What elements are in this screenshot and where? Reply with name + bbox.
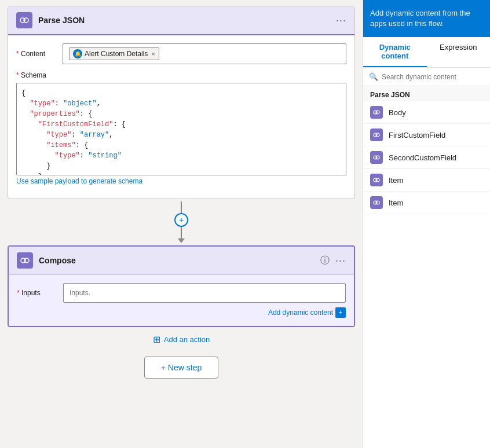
svg-point-1 xyxy=(24,18,28,23)
dynamic-plus-icon: + xyxy=(335,307,346,318)
main-area: Parse JSON ··· Content 🔔 Alert Custom De… xyxy=(0,0,363,448)
first-custom-field-icon xyxy=(370,128,383,141)
second-custom-field-icon xyxy=(370,151,383,164)
panel-section-label: Parse JSON xyxy=(363,86,490,101)
add-dynamic-content-link[interactable]: Add dynamic content + xyxy=(268,307,346,318)
svg-point-5 xyxy=(376,111,379,114)
svg-point-3 xyxy=(24,258,29,263)
parse-json-card: Parse JSON ··· Content 🔔 Alert Custom De… xyxy=(8,6,355,199)
connector-arrow xyxy=(178,238,185,243)
content-input[interactable]: 🔔 Alert Custom Details × xyxy=(63,43,346,64)
panel-search: 🔍 xyxy=(363,68,490,86)
panel-item-body[interactable]: Body xyxy=(363,101,490,124)
compose-title: Compose xyxy=(39,256,76,265)
inputs-row: Inputs xyxy=(17,283,346,303)
item2-icon xyxy=(370,196,383,209)
first-custom-field-label: FirstCustomField xyxy=(389,131,445,139)
parse-json-menu-button[interactable]: ··· xyxy=(336,14,346,27)
body-label: Body xyxy=(389,108,406,117)
add-action-icon: ⊞ xyxy=(153,334,160,345)
inputs-field[interactable] xyxy=(63,283,346,303)
svg-point-13 xyxy=(376,201,379,204)
sample-payload-link[interactable]: Use sample payload to generate schema xyxy=(16,177,142,185)
chip-icon: 🔔 xyxy=(73,49,82,58)
connector-1: + xyxy=(174,201,188,243)
schema-label: Schema xyxy=(16,71,346,79)
second-custom-field-label: SecondCustomField xyxy=(389,153,456,162)
panel-item-first-custom-field[interactable]: FirstCustomField xyxy=(363,124,490,146)
connector-line-2 xyxy=(181,227,182,238)
add-action-label: Add an action xyxy=(164,335,210,344)
connector-plus-btn[interactable]: + xyxy=(174,213,188,227)
panel-item-item-1[interactable]: Item xyxy=(363,169,490,192)
compose-header: Compose ⓘ ··· xyxy=(9,247,354,275)
tab-expression[interactable]: Expression xyxy=(427,37,491,67)
item1-icon xyxy=(370,174,383,186)
panel-tabs: Dynamic content Expression xyxy=(363,37,490,68)
body-icon xyxy=(370,106,383,119)
parse-json-body: Content 🔔 Alert Custom Details × Schema … xyxy=(8,35,354,199)
content-label: Content xyxy=(16,50,57,58)
schema-section: Schema { "type": "object", "properties":… xyxy=(16,71,346,186)
connector-line-1 xyxy=(181,201,182,213)
parse-json-icon xyxy=(16,12,32,28)
panel-scroll-area: Parse JSON Body FirstCustomField xyxy=(363,86,490,448)
inputs-label: Inputs xyxy=(17,289,57,297)
chip-text: Alert Custom Details xyxy=(85,50,148,58)
search-icon: 🔍 xyxy=(369,72,378,81)
dynamic-link-label: Add dynamic content xyxy=(268,309,333,317)
compose-icon xyxy=(17,252,33,269)
panel-item-second-custom-field[interactable]: SecondCustomField xyxy=(363,146,490,169)
compose-info-button[interactable]: ⓘ xyxy=(320,255,330,267)
svg-point-7 xyxy=(376,133,379,137)
compose-card: Compose ⓘ ··· Inputs Add dynamic content… xyxy=(8,245,355,327)
item1-label: Item xyxy=(389,176,403,185)
compose-menu-button[interactable]: ··· xyxy=(335,255,346,267)
right-panel: Add dynamic content from the apps used i… xyxy=(363,0,490,448)
panel-item-item-2[interactable]: Item xyxy=(363,192,490,214)
dynamic-link-row: Add dynamic content + xyxy=(17,307,346,318)
svg-point-9 xyxy=(376,156,379,159)
parse-json-header: Parse JSON ··· xyxy=(8,6,354,35)
chip-close-btn[interactable]: × xyxy=(151,50,155,57)
panel-header: Add dynamic content from the apps used i… xyxy=(363,0,490,37)
search-input[interactable] xyxy=(382,73,484,81)
item2-label: Item xyxy=(389,199,403,207)
add-action-row[interactable]: ⊞ Add an action xyxy=(153,334,210,345)
content-field-row: Content 🔔 Alert Custom Details × xyxy=(16,43,346,64)
new-step-button[interactable]: + New step xyxy=(144,357,218,379)
parse-json-title: Parse JSON xyxy=(38,16,85,25)
compose-body: Inputs Add dynamic content + xyxy=(9,275,354,326)
tab-dynamic-content[interactable]: Dynamic content xyxy=(363,37,427,67)
alert-chip: 🔔 Alert Custom Details × xyxy=(69,47,159,60)
svg-point-11 xyxy=(376,178,379,182)
schema-editor[interactable]: { "type": "object", "properties": { "Fir… xyxy=(16,83,346,175)
